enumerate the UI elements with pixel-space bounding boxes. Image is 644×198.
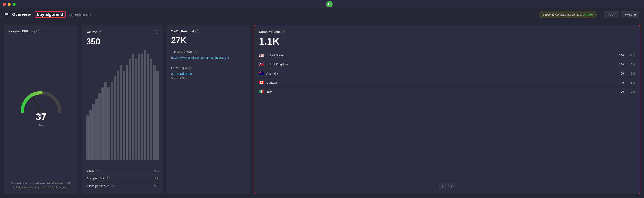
add-to-button[interactable]: + Add to	[621, 11, 639, 18]
cps-label: Clicks per search ?	[86, 184, 115, 188]
clicks-value: N/A	[154, 169, 158, 172]
bar	[147, 54, 150, 160]
bar	[104, 82, 107, 160]
parent-topic-label: Parent Topic ?	[171, 66, 246, 70]
serp-text: SERP & KD updated 15 Nov.	[543, 13, 582, 16]
country-volume: 40	[621, 81, 624, 84]
app-logo: G	[326, 1, 333, 7]
country-list: 🇺🇸 United States 350 31% 🇬🇧 United Kingd…	[259, 51, 635, 180]
kd-description: We estimate that you'll need backlinks f…	[8, 181, 74, 190]
api-button[interactable]: {} API	[604, 11, 619, 18]
update-link[interactable]: Update	[582, 13, 593, 16]
country-flag: 🇮🇹	[259, 89, 264, 94]
kd-score: 37	[36, 111, 47, 123]
ranking-dropdown-icon: ▼	[227, 56, 230, 59]
bar	[135, 59, 137, 160]
stat-row-cps: Clicks per search ? N/A	[86, 182, 158, 190]
serp-badge: SERP & KD updated 15 Nov. Update	[539, 11, 597, 18]
global-help-icon[interactable]: ?	[281, 30, 285, 33]
bar	[126, 65, 128, 160]
country-row: 🇬🇧 United Kingdom 100 9%	[259, 60, 635, 69]
clicks-label: Clicks ?	[86, 169, 100, 172]
volume-card-header: Volume ? ⋮	[86, 29, 158, 34]
bar	[98, 93, 101, 160]
parent-topic-link[interactable]: algorand price	[171, 72, 246, 75]
country-name: United Kingdom	[266, 63, 619, 66]
bar	[95, 99, 98, 160]
country-pct: 3%	[628, 81, 635, 84]
parent-topic-volume: Volume 36K	[171, 76, 246, 80]
volume-number: 350	[86, 37, 158, 47]
global-card-title: Global volume ?	[259, 30, 635, 33]
cpc-label: Cost per click ?	[86, 176, 110, 180]
bar	[132, 54, 134, 160]
top-ranking-label: Top ranking result ?	[171, 50, 246, 54]
parent-topic-help-icon[interactable]: ?	[188, 66, 192, 70]
country-row: 🇦🇺 Australia 60 5%	[259, 69, 635, 78]
global-volume-card: Global volume ? 1.1K 🇺🇸 United States 35…	[254, 25, 640, 194]
traffic-number: 27K	[171, 35, 246, 45]
cpc-help-icon[interactable]: ?	[106, 176, 110, 180]
traffic-card-title: Traffic Potential ?	[171, 29, 246, 33]
country-name: Canada	[266, 81, 621, 84]
svg-line-0	[32, 97, 41, 111]
kd-help-icon[interactable]: ?	[36, 29, 40, 33]
keyword-badge: buy algorand	[34, 11, 66, 18]
country-volume: 350	[619, 54, 624, 57]
volume-help-icon[interactable]: ?	[98, 30, 102, 34]
bar	[138, 54, 140, 160]
help-icon: ?	[69, 12, 74, 17]
kd-card-title: Keyword Difficulty ?	[8, 29, 74, 33]
minimize-button[interactable]	[8, 3, 11, 6]
bar	[141, 54, 144, 160]
cards-area: Keyword Difficulty ?	[0, 21, 644, 198]
country-flag: 🇦🇺	[259, 71, 264, 76]
bar	[102, 87, 104, 160]
country-pct: 9%	[628, 63, 635, 66]
cps-help-icon[interactable]: ?	[111, 184, 115, 188]
bar	[144, 50, 146, 160]
bar	[110, 82, 113, 160]
bar	[116, 71, 119, 160]
bar	[89, 110, 92, 160]
volume-bar-chart	[86, 50, 158, 160]
country-flag: 🇺🇸	[259, 53, 264, 58]
kd-label: Hard	[38, 123, 44, 127]
top-ranking-link[interactable]: https://www.coinbase.com/price/algorand …	[171, 55, 246, 60]
top-bar: ☰ Overview buy algorand ? How to use SER…	[0, 8, 644, 21]
main-content: ☰ Overview buy algorand ? How to use SER…	[0, 8, 644, 198]
country-row: 🇮🇹 Italy 30 2%	[259, 87, 635, 96]
bar	[114, 76, 116, 160]
volume-card-title: Volume ?	[86, 30, 154, 34]
country-name: Australia	[266, 72, 621, 75]
how-to-use-label: How to use	[75, 13, 91, 16]
country-pct: 2%	[628, 90, 635, 93]
bar	[123, 71, 125, 160]
bar	[120, 65, 122, 160]
country-name: Italy	[266, 90, 621, 93]
right-actions: {} API + Add to	[604, 11, 639, 18]
bar	[92, 104, 95, 160]
gauge-container: 37 Hard	[8, 35, 74, 178]
country-flag: 🇨🇦	[259, 80, 264, 85]
country-row: 🇺🇸 United States 350 31%	[259, 51, 635, 60]
top-ranking-help-icon[interactable]: ?	[195, 50, 198, 54]
traffic-help-icon[interactable]: ?	[196, 29, 199, 33]
stat-row-clicks: Clicks ? N/A	[86, 167, 158, 175]
overview-label: Overview	[12, 12, 31, 17]
menu-icon[interactable]: ☰	[5, 12, 8, 17]
country-flag: 🇬🇧	[259, 62, 264, 67]
next-page-button[interactable]: ›	[448, 183, 455, 189]
pagination: ‹ ›	[259, 183, 635, 189]
country-name: United States	[266, 54, 619, 57]
how-to-use-button[interactable]: ? How to use	[69, 12, 91, 17]
volume-card: Volume ? ⋮ 350 Clicks ? N/A Cost per cli	[82, 25, 163, 194]
bar	[150, 59, 152, 160]
maximize-button[interactable]	[12, 3, 16, 6]
traffic-potential-card: Traffic Potential ? 27K Top ranking resu…	[166, 25, 250, 194]
prev-page-button[interactable]: ‹	[439, 183, 446, 189]
volume-more-icon[interactable]: ⋮	[154, 29, 158, 34]
bar	[108, 87, 110, 160]
clicks-help-icon[interactable]: ?	[96, 169, 100, 172]
close-button[interactable]	[3, 3, 6, 6]
